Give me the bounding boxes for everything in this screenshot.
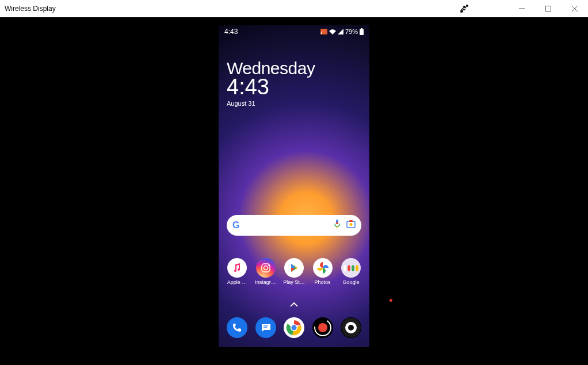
widget-time: 4:43 [227, 76, 315, 98]
svg-point-20 [318, 323, 327, 332]
maximize-button[interactable] [535, 0, 562, 17]
phone-statusbar: 4:43 79% [219, 28, 369, 36]
dock-recorder[interactable] [312, 317, 333, 338]
app-instagram[interactable]: Instagr… [253, 258, 278, 285]
mini-app-icon [348, 265, 350, 271]
svg-point-23 [348, 325, 354, 331]
clock-widget[interactable]: Wednesday 4:43 August 31 [227, 59, 315, 107]
apple-music-icon [227, 258, 247, 278]
dock-phone[interactable] [227, 317, 247, 338]
cast-icon [320, 29, 327, 34]
svg-rect-1 [546, 6, 551, 11]
photos-icon [313, 258, 333, 278]
app-photos[interactable]: Photos [310, 258, 335, 285]
widget-date: August 31 [227, 100, 315, 107]
dock-chrome[interactable] [284, 317, 304, 338]
app-label: Play St… [281, 279, 307, 285]
window-controls [460, 0, 588, 17]
lens-icon[interactable] [346, 220, 356, 231]
mini-app-icon [343, 265, 346, 271]
close-button[interactable] [562, 0, 588, 17]
app-play-store[interactable]: Play St… [281, 258, 307, 285]
cursor-indicator [390, 299, 392, 302]
window-titlebar: Wireless Display [0, 0, 588, 17]
wifi-icon [329, 29, 336, 34]
chevron-up-icon [290, 302, 298, 307]
app-label: Apple … [224, 279, 250, 285]
mini-app-icon [356, 265, 358, 271]
phone-screen[interactable]: 4:43 79% Wednesday 4:43 Augu [219, 25, 369, 347]
svg-point-18 [292, 325, 297, 331]
mini-app-icon [352, 265, 354, 271]
battery-icon [360, 28, 364, 35]
camera-icon [341, 317, 361, 338]
svg-point-9 [350, 223, 353, 226]
app-label: Google [338, 279, 364, 285]
app-google-folder[interactable]: Google [338, 258, 364, 285]
status-icons: 79% [320, 28, 364, 35]
app-label: Photos [310, 279, 335, 285]
signal-icon [338, 29, 343, 34]
app-apple-music[interactable]: Apple … [224, 258, 250, 285]
client-area: 4:43 79% Wednesday 4:43 Augu [0, 17, 588, 365]
chrome-icon [286, 320, 302, 336]
svg-point-12 [264, 266, 268, 270]
svg-rect-7 [336, 222, 338, 224]
dock-messages[interactable] [255, 317, 276, 338]
dock-camera[interactable] [341, 317, 361, 338]
window-title: Wireless Display [5, 5, 56, 13]
app-label: Instagr… [253, 279, 278, 285]
home-app-row: Apple … Instagr… Play St… Photos [224, 258, 364, 285]
record-icon [312, 317, 333, 338]
svg-rect-4 [360, 29, 364, 36]
fullscreen-icon[interactable] [460, 5, 468, 13]
svg-point-13 [268, 265, 269, 266]
google-folder-icon [341, 258, 361, 278]
app-drawer-handle[interactable] [290, 299, 298, 309]
svg-rect-10 [349, 220, 353, 222]
instagram-icon [256, 258, 276, 278]
battery-text: 79% [345, 28, 358, 35]
phone-icon [232, 322, 242, 333]
status-time: 4:43 [224, 28, 238, 36]
svg-rect-2 [320, 29, 327, 34]
play-store-icon [284, 258, 304, 278]
google-search-bar[interactable]: G [227, 215, 361, 236]
google-logo-icon: G [232, 220, 239, 230]
messages-icon [261, 322, 271, 333]
svg-rect-3 [361, 28, 362, 29]
phone-dock [227, 317, 361, 338]
minimize-button[interactable] [509, 0, 535, 17]
mic-icon[interactable] [334, 220, 341, 231]
